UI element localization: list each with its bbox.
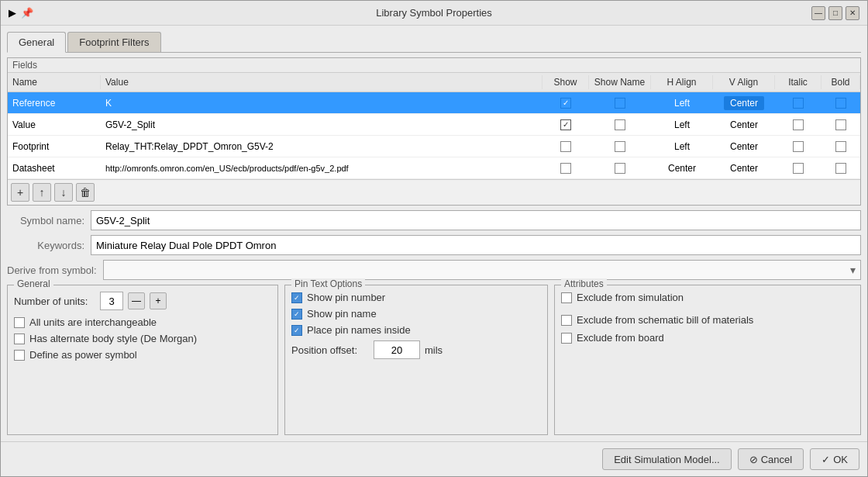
- bold-checkbox[interactable]: [835, 119, 846, 130]
- cell-italic[interactable]: [775, 117, 822, 133]
- show-checkbox[interactable]: [560, 98, 571, 109]
- show-pin-number-checkbox[interactable]: [291, 292, 302, 303]
- cancel-button[interactable]: ⊘ Cancel: [738, 448, 804, 470]
- cell-italic[interactable]: [775, 139, 822, 154]
- cell-showname[interactable]: [589, 139, 651, 154]
- col-showname: Show Name: [589, 75, 651, 89]
- move-up-button[interactable]: ↑: [33, 183, 51, 202]
- derive-from-input[interactable]: [104, 262, 846, 278]
- table-row[interactable]: Reference K Left Center: [8, 92, 860, 114]
- showname-checkbox[interactable]: [615, 141, 625, 152]
- position-offset-row: Position offset: mils: [291, 340, 541, 359]
- exclude-simulation-row: Exclude from simulation: [561, 292, 854, 303]
- close-button[interactable]: ✕: [846, 6, 859, 20]
- showname-checkbox[interactable]: [615, 98, 625, 109]
- units-decrement-button[interactable]: —: [128, 292, 145, 309]
- exclude-simulation-checkbox[interactable]: [561, 292, 572, 303]
- cell-show[interactable]: [542, 139, 589, 154]
- exclude-bom-row: Exclude from schematic bill of materials: [561, 314, 854, 326]
- show-checkbox[interactable]: [560, 141, 571, 152]
- table-row[interactable]: Footprint Relay_THT:Relay_DPDT_Omron_G5V…: [8, 136, 860, 157]
- cell-show[interactable]: [542, 95, 589, 111]
- position-offset-input[interactable]: [374, 340, 420, 359]
- window-title: Library Symbol Properties: [376, 7, 492, 19]
- cell-bold[interactable]: [822, 139, 860, 154]
- tab-general[interactable]: General: [7, 32, 66, 53]
- cancel-label: Cancel: [761, 454, 792, 465]
- exclude-board-row: Exclude from board: [561, 332, 854, 344]
- table-row[interactable]: Datasheet http://omronfs.omron.com/en_US…: [8, 157, 860, 179]
- italic-checkbox[interactable]: [793, 98, 804, 109]
- italic-checkbox[interactable]: [793, 141, 804, 152]
- offset-unit-label: mils: [425, 344, 443, 356]
- demorgan-checkbox[interactable]: [14, 334, 25, 344]
- units-label: Number of units:: [14, 296, 95, 307]
- place-pin-names-label: Place pin names inside: [307, 324, 411, 336]
- cell-show[interactable]: [542, 117, 589, 133]
- exclude-board-label: Exclude from board: [577, 332, 664, 344]
- interchangeable-label: All units are interchangeable: [29, 316, 157, 328]
- showname-checkbox[interactable]: [615, 163, 625, 174]
- cell-value: Relay_THT:Relay_DPDT_Omron_G5V-2: [101, 139, 542, 154]
- exclude-board-checkbox[interactable]: [561, 333, 572, 344]
- ok-button[interactable]: ✓ OK: [810, 448, 859, 470]
- bottom-bar: Edit Simulation Model... ⊘ Cancel ✓ OK: [1, 441, 867, 476]
- table-row[interactable]: Value G5V-2_Split Left Center: [8, 114, 860, 136]
- derive-from-row: Derive from symbol: ▾: [7, 260, 861, 280]
- fields-group: Fields Name Value Show Show Name H Align…: [7, 57, 861, 206]
- col-valign: V Align: [713, 75, 775, 89]
- show-checkbox[interactable]: [560, 119, 571, 130]
- italic-checkbox[interactable]: [793, 163, 804, 174]
- fields-label: Fields: [8, 58, 860, 73]
- tab-bar: General Footprint Filters: [7, 32, 861, 53]
- table-body: Reference K Left Center: [8, 92, 860, 179]
- interchangeable-checkbox[interactable]: [14, 317, 25, 328]
- cancel-icon: ⊘: [749, 454, 758, 465]
- move-down-button[interactable]: ↓: [54, 183, 73, 202]
- units-increment-button[interactable]: +: [150, 292, 167, 309]
- cell-valign: Center: [713, 117, 775, 133]
- cell-bold[interactable]: [822, 117, 860, 133]
- position-offset-label: Position offset:: [291, 344, 369, 356]
- cell-italic[interactable]: [775, 161, 822, 176]
- cell-show[interactable]: [542, 161, 589, 176]
- interchangeable-row: All units are interchangeable: [14, 316, 271, 328]
- keywords-input[interactable]: [91, 235, 861, 255]
- units-input[interactable]: [100, 292, 123, 310]
- titlebar-left: ▶ 📌: [9, 7, 33, 19]
- cell-bold[interactable]: [822, 161, 860, 176]
- cell-showname[interactable]: [589, 161, 651, 176]
- exclude-simulation-label: Exclude from simulation: [577, 292, 684, 303]
- derive-arrow-icon: ▾: [846, 264, 860, 276]
- general-group-title: General: [14, 278, 53, 289]
- tab-footprint-filters[interactable]: Footprint Filters: [67, 32, 160, 52]
- cell-valign: Center: [713, 161, 775, 176]
- showname-checkbox[interactable]: [615, 119, 625, 130]
- exclude-bom-label: Exclude from schematic bill of materials: [577, 314, 753, 326]
- maximize-button[interactable]: □: [828, 6, 842, 20]
- cell-italic[interactable]: [775, 95, 822, 111]
- cell-showname[interactable]: [589, 117, 651, 133]
- bold-checkbox[interactable]: [835, 141, 846, 152]
- cell-showname[interactable]: [589, 95, 651, 111]
- symbol-name-input[interactable]: [91, 210, 861, 230]
- minimize-button[interactable]: —: [811, 6, 825, 20]
- power-symbol-checkbox[interactable]: [14, 350, 25, 361]
- pin-icon: ▶: [9, 7, 16, 19]
- col-bold: Bold: [822, 75, 860, 89]
- cell-bold[interactable]: [822, 95, 860, 111]
- italic-checkbox[interactable]: [793, 119, 804, 130]
- show-pin-name-row: Show pin name: [291, 308, 541, 320]
- edit-simulation-model-button[interactable]: Edit Simulation Model...: [602, 448, 732, 470]
- bold-checkbox[interactable]: [835, 98, 846, 109]
- titlebar-controls: — □ ✕: [811, 6, 859, 20]
- cell-valign: Center: [713, 139, 775, 154]
- show-pin-name-checkbox[interactable]: [291, 309, 302, 320]
- bold-checkbox[interactable]: [835, 163, 846, 174]
- add-field-button[interactable]: +: [11, 183, 29, 202]
- exclude-bom-checkbox[interactable]: [561, 315, 572, 326]
- place-pin-names-checkbox[interactable]: [291, 325, 302, 336]
- power-symbol-row: Define as power symbol: [14, 349, 271, 361]
- show-checkbox[interactable]: [560, 163, 571, 174]
- delete-field-button[interactable]: 🗑: [76, 183, 95, 202]
